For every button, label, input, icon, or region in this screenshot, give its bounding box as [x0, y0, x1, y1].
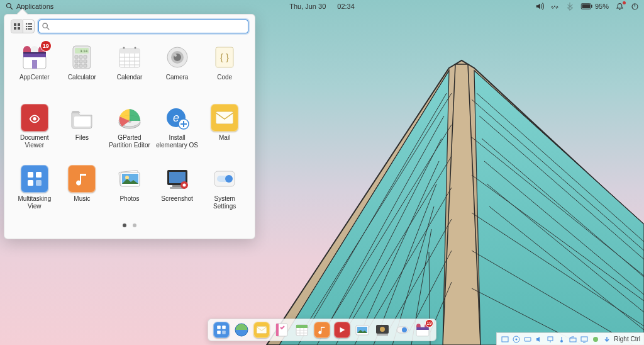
pager-dot-2[interactable]: [133, 223, 136, 227]
svg-text:3.14: 3.14: [80, 49, 88, 53]
svg-rect-62: [84, 60, 87, 63]
app-label: Mail: [219, 134, 230, 148]
applications-menu-button[interactable]: Applications: [5, 2, 53, 11]
bluetooth-icon[interactable]: [565, 2, 574, 11]
dock-calendar[interactable]: [294, 322, 310, 338]
battery-percent: 95%: [595, 3, 609, 10]
app-label: System Settings: [202, 195, 247, 210]
svg-rect-109: [222, 325, 226, 329]
dock-tasks[interactable]: [274, 322, 290, 338]
app-music[interactable]: Music: [58, 162, 106, 212]
launcher-search[interactable]: [38, 20, 248, 33]
svg-rect-114: [257, 326, 267, 333]
code-icon: { }: [211, 43, 238, 71]
screenshot-icon: [164, 165, 191, 193]
dock-music[interactable]: [314, 322, 330, 338]
svg-rect-118: [296, 325, 308, 328]
battery-indicator[interactable]: 95%: [580, 3, 609, 10]
svg-rect-136: [548, 337, 553, 341]
dock-settings[interactable]: [394, 322, 411, 338]
vm-hostkey-label: Right Ctrl: [614, 336, 640, 342]
svg-rect-33: [582, 4, 590, 9]
app-document-viewer[interactable]: Document Viewer: [11, 101, 58, 151]
dock: 19: [208, 319, 436, 341]
svg-rect-60: [75, 60, 78, 63]
vm-disk-icon: [501, 335, 509, 344]
svg-point-75: [134, 47, 136, 49]
host-indicator-strip: Right Ctrl: [496, 332, 644, 345]
svg-line-23: [472, 99, 644, 251]
app-mail[interactable]: Mail: [201, 101, 248, 151]
settings-icon: [211, 165, 238, 193]
svg-line-12: [366, 188, 452, 332]
svg-rect-59: [84, 55, 87, 59]
app-camera[interactable]: Camera: [153, 41, 201, 90]
session-icon[interactable]: [630, 2, 639, 11]
dock-multitasking[interactable]: [213, 322, 230, 338]
svg-point-79: [174, 54, 177, 57]
svg-line-18: [479, 116, 644, 259]
app-calculator[interactable]: 3.14 Calculator: [58, 41, 106, 90]
volume-icon[interactable]: [535, 2, 544, 11]
dock-mail[interactable]: [253, 322, 270, 338]
svg-rect-83: [74, 116, 91, 127]
svg-line-24: [472, 137, 644, 276]
app-appcenter[interactable]: 19 AppCenter: [11, 41, 58, 90]
app-gparted[interactable]: GParted Partition Editor: [106, 101, 153, 151]
app-label: Calculator: [68, 74, 96, 88]
vm-recording-icon: [591, 335, 600, 344]
view-toggle-list[interactable]: [23, 20, 34, 33]
launcher-toolbar: [11, 20, 248, 33]
svg-rect-40: [14, 27, 16, 30]
app-calendar[interactable]: Calendar: [106, 41, 153, 90]
svg-rect-110: [217, 331, 221, 334]
camera-icon: [164, 43, 191, 71]
app-code[interactable]: { } Code: [201, 41, 248, 90]
svg-rect-63: [75, 64, 78, 67]
app-system-settings[interactable]: System Settings: [201, 162, 248, 212]
wallpaper-building: [242, 55, 644, 345]
svg-point-82: [33, 117, 36, 121]
music-icon: [68, 165, 96, 193]
dock-videos[interactable]: [334, 322, 350, 338]
dock-appcenter[interactable]: 19: [414, 322, 431, 338]
app-photos[interactable]: Photos: [106, 162, 153, 212]
clock-area[interactable]: Thu, Jun 30 02:34: [287, 3, 357, 10]
svg-rect-46: [26, 28, 27, 30]
svg-line-25: [472, 175, 644, 301]
svg-line-11: [345, 156, 452, 332]
svg-line-27: [472, 251, 644, 345]
svg-line-3: [336, 139, 441, 345]
svg-rect-57: [75, 55, 78, 59]
vm-usb-icon: [557, 335, 566, 344]
svg-line-49: [47, 28, 49, 30]
search-icon: [42, 22, 50, 31]
notifications-icon[interactable]: [615, 2, 624, 11]
app-installer[interactable]: e Install elementary OS: [153, 101, 201, 151]
app-label: GParted Partition Editor: [107, 134, 152, 149]
dock-photos[interactable]: [354, 322, 370, 338]
panel-date: Thu, Jun 30: [289, 3, 326, 10]
vm-hostkey-icon: [602, 335, 611, 344]
view-toggle-grid[interactable]: [11, 20, 23, 33]
dock-web[interactable]: [233, 322, 250, 338]
svg-rect-127: [377, 334, 388, 336]
pager-dot-1[interactable]: [123, 223, 126, 227]
svg-rect-140: [570, 338, 576, 342]
svg-line-9: [302, 93, 452, 332]
app-label: Photos: [119, 195, 139, 209]
svg-rect-100: [169, 172, 186, 183]
svg-rect-42: [26, 23, 27, 25]
network-icon[interactable]: [550, 2, 559, 11]
app-screenshot[interactable]: Screenshot: [153, 162, 201, 212]
mail-icon: [211, 104, 238, 132]
launcher-search-input[interactable]: [39, 20, 248, 33]
app-multitasking[interactable]: Multitasking View: [11, 162, 58, 212]
svg-rect-52: [23, 52, 46, 54]
svg-point-129: [402, 327, 407, 332]
app-files[interactable]: Files: [58, 101, 106, 151]
app-label: Screenshot: [161, 195, 193, 209]
dock-screenshot[interactable]: [374, 322, 391, 338]
svg-rect-116: [276, 324, 279, 336]
svg-rect-44: [26, 26, 27, 27]
